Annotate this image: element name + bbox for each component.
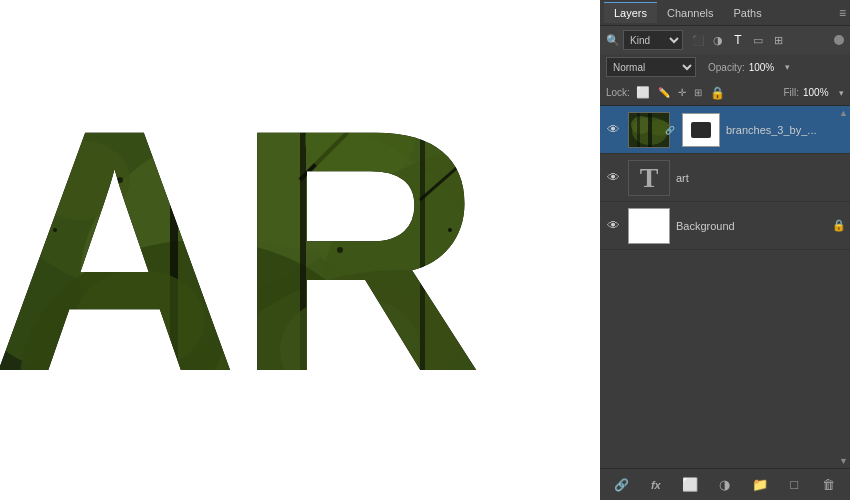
opacity-label: Opacity:: [708, 62, 745, 73]
layer-art-name: art: [676, 172, 846, 184]
layer-background-thumb: [628, 208, 670, 244]
adjustment-filter-icon[interactable]: ◑: [710, 32, 726, 48]
panel-tabs-bar: Layers Channels Paths ≡: [600, 0, 850, 26]
svg-point-32: [460, 162, 560, 238]
filter-icons: ⬛ ◑ T ▭ ⊞: [690, 32, 786, 48]
lock-move-btn[interactable]: ✛: [676, 87, 688, 98]
tab-channels[interactable]: Channels: [657, 2, 723, 23]
svg-point-21: [82, 72, 98, 88]
tab-paths[interactable]: Paths: [724, 2, 772, 23]
layer-effects-button[interactable]: fx: [645, 474, 667, 496]
layer-branches[interactable]: 👁 🔗: [600, 106, 850, 154]
svg-point-29: [30, 140, 130, 220]
layer-background[interactable]: 👁 Background 🔒: [600, 202, 850, 250]
shape-filter-icon[interactable]: ▭: [750, 32, 766, 48]
lock-artboard-btn[interactable]: ⊞: [692, 87, 704, 98]
fill-arrow[interactable]: ▾: [839, 88, 844, 98]
new-group-button[interactable]: 📁: [749, 474, 771, 496]
layers-panel: Layers Channels Paths ≡ 🔍 Kind Name Effe…: [600, 0, 850, 500]
link-layers-button[interactable]: 🔗: [610, 474, 632, 496]
layer-branches-visibility[interactable]: 👁: [604, 122, 622, 137]
opacity-arrow[interactable]: ▾: [785, 62, 790, 72]
svg-point-41: [448, 228, 452, 232]
svg-point-42: [527, 307, 533, 313]
svg-point-39: [248, 158, 252, 162]
lock-transparent-btn[interactable]: ⬜: [634, 86, 652, 99]
smartobject-filter-icon[interactable]: ⊞: [770, 32, 786, 48]
svg-point-25: [342, 47, 358, 63]
filter-bar: 🔍 Kind Name Effect Mode Attribute Color …: [600, 26, 850, 54]
svg-point-23: [211, 41, 229, 59]
kind-select[interactable]: Kind Name Effect Mode Attribute Color: [623, 30, 683, 50]
fill-label: Fill:: [783, 87, 799, 98]
svg-point-27: [450, 50, 470, 70]
pixel-filter-icon[interactable]: ⬛: [690, 32, 706, 48]
scroll-up-arrow[interactable]: ▲: [839, 108, 848, 118]
svg-point-44: [417, 447, 423, 453]
layer-branches-thumb: 🔗: [628, 112, 670, 148]
svg-point-26: [378, 68, 402, 92]
svg-rect-50: [637, 113, 640, 147]
canvas-area: AR AR: [0, 0, 600, 500]
opacity-value[interactable]: 100%: [749, 62, 781, 73]
lock-all-btn[interactable]: 🔒: [708, 86, 727, 100]
svg-point-31: [305, 98, 415, 182]
new-layer-button[interactable]: □: [783, 474, 805, 496]
search-icon: 🔍: [606, 34, 620, 47]
layer-branches-name: branches_3_by_...: [726, 124, 846, 136]
svg-point-40: [337, 247, 343, 253]
svg-point-24: [249, 59, 271, 81]
add-mask-button[interactable]: ⬜: [679, 474, 701, 496]
filter-toggle[interactable]: [834, 35, 844, 45]
svg-point-36: [27, 197, 33, 203]
lock-paint-btn[interactable]: ✏️: [656, 87, 672, 98]
svg-point-37: [53, 228, 57, 232]
art-svg: AR AR: [0, 0, 600, 500]
svg-point-22: [120, 50, 140, 70]
svg-point-43: [158, 398, 162, 402]
type-filter-icon[interactable]: T: [730, 32, 746, 48]
panel-bottom-toolbar: 🔗 fx ⬜ ◑ 📁 □ 🗑: [600, 468, 850, 500]
layer-link-icon: 🔗: [665, 125, 675, 134]
background-lock-icon: 🔒: [832, 219, 846, 232]
svg-rect-12: [300, 0, 306, 500]
delete-layer-button[interactable]: 🗑: [818, 474, 840, 496]
svg-point-35: [420, 372, 540, 468]
svg-point-38: [117, 177, 123, 183]
blend-mode-select[interactable]: Normal Dissolve Darken Multiply Screen O…: [606, 57, 696, 77]
fill-value[interactable]: 100%: [803, 87, 835, 98]
layer-background-name: Background: [676, 220, 828, 232]
svg-point-28: [511, 81, 529, 99]
layers-list: ▲ 👁 🔗: [600, 106, 850, 468]
svg-point-30: [140, 55, 260, 145]
blend-mode-row: Normal Dissolve Darken Multiply Screen O…: [600, 54, 850, 80]
lock-row: Lock: ⬜ ✏️ ✛ ⊞ 🔒 Fill: 100% ▾: [600, 80, 850, 106]
layer-branches-mask-thumb: [682, 113, 720, 147]
svg-point-20: [48, 88, 72, 112]
layer-art-visibility[interactable]: 👁: [604, 170, 622, 185]
layer-art[interactable]: 👁 T art: [600, 154, 850, 202]
layer-background-visibility[interactable]: 👁: [604, 218, 622, 233]
scroll-down-arrow[interactable]: ▼: [839, 456, 848, 466]
tab-layers[interactable]: Layers: [604, 2, 657, 23]
svg-point-34: [280, 295, 420, 405]
layer-art-thumb: T: [628, 160, 670, 196]
svg-point-33: [75, 270, 205, 370]
lock-label: Lock:: [606, 87, 630, 98]
panel-menu-icon[interactable]: ≡: [839, 6, 846, 20]
new-adjustment-button[interactable]: ◑: [714, 474, 736, 496]
svg-rect-49: [648, 113, 652, 147]
